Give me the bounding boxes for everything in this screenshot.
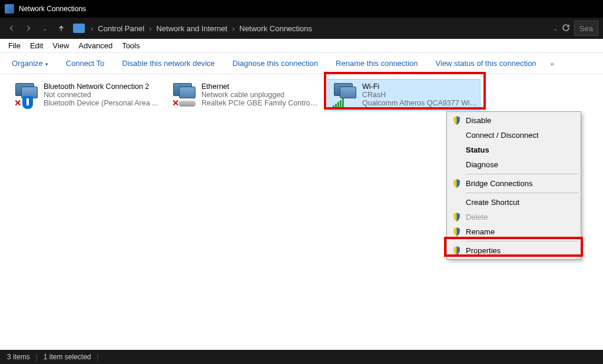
connection-status: Not connected — [44, 91, 158, 99]
ctx-disable[interactable]: Disable — [448, 113, 579, 128]
connect-to-button[interactable]: Connect To — [60, 57, 111, 70]
app-icon — [5, 4, 14, 14]
connection-bluetooth[interactable]: ✕ Bluetooth Network Connection 2 Not con… — [9, 79, 163, 111]
menu-edit[interactable]: Edit — [25, 40, 48, 51]
breadcrumb-network-connections[interactable]: Network Connections — [237, 24, 315, 33]
breadcrumb-sep: › — [147, 24, 154, 33]
ctx-separator — [466, 193, 578, 193]
organize-button[interactable]: Organize — [6, 57, 54, 70]
ctx-status[interactable]: Status — [448, 143, 579, 157]
rename-connection-button[interactable]: Rename this connection — [330, 57, 423, 70]
up-button[interactable] — [54, 21, 68, 35]
menu-tools[interactable]: Tools — [117, 40, 144, 51]
connection-status: Network cable unplugged — [201, 91, 318, 99]
connection-ethernet[interactable]: ✕ Ethernet Network cable unplugged Realt… — [167, 79, 320, 111]
disable-device-button[interactable]: Disable this network device — [116, 57, 221, 70]
connection-wifi[interactable]: Wi-Fi CRasH Qualcomm Atheros QCA9377 Wir… — [327, 79, 481, 111]
ctx-label: Status — [466, 145, 489, 154]
breadcrumb-control-panel[interactable]: Control Panel — [95, 24, 147, 33]
connection-device: Realtek PCIe GBE Family Controller — [201, 99, 318, 107]
ctx-separator — [466, 174, 578, 174]
connection-title: Bluetooth Network Connection 2 — [44, 82, 158, 91]
address-bar: ⌄ › Control Panel › Network and Internet… — [0, 18, 603, 39]
breadcrumb-sep: › — [88, 24, 95, 33]
ctx-label: Properties — [466, 246, 501, 255]
menu-file[interactable]: File — [4, 40, 25, 51]
location-icon — [73, 24, 85, 33]
ctx-label: Rename — [466, 227, 495, 236]
status-item-count: 3 items — [7, 353, 30, 361]
menu-bar: File Edit View Advanced Tools — [0, 39, 603, 53]
connection-device: Qualcomm Atheros QCA9377 Wir... — [362, 99, 478, 107]
status-separator: | — [97, 353, 99, 361]
address-dropdown[interactable]: ⌄ — [553, 25, 558, 32]
shield-icon — [452, 212, 462, 222]
breadcrumb-network-internet[interactable]: Network and Internet — [154, 24, 230, 33]
shield-icon — [452, 115, 462, 125]
bluetooth-network-icon: ✕ — [12, 81, 40, 109]
breadcrumb-sep: › — [230, 24, 237, 33]
shield-icon — [452, 227, 462, 237]
ctx-rename[interactable]: Rename — [448, 224, 579, 239]
command-overflow[interactable]: » — [548, 58, 558, 70]
status-selected: 1 item selected — [44, 353, 91, 361]
connection-title: Wi-Fi — [362, 82, 478, 91]
ctx-label: Disable — [466, 116, 491, 125]
ctx-label: Diagnose — [466, 160, 498, 169]
shield-icon — [452, 178, 462, 188]
ctx-diagnose[interactable]: Diagnose — [448, 157, 579, 172]
refresh-button[interactable] — [561, 23, 571, 34]
connection-device: Bluetooth Device (Personal Area ... — [44, 99, 158, 107]
ctx-label: Bridge Connections — [466, 179, 532, 188]
ctx-label: Delete — [466, 213, 488, 221]
ctx-delete: Delete — [448, 210, 579, 224]
status-bar: 3 items | 1 item selected | — [0, 350, 603, 364]
menu-advanced[interactable]: Advanced — [74, 40, 117, 51]
ctx-properties[interactable]: Properties — [448, 243, 579, 258]
command-bar: Organize Connect To Disable this network… — [0, 53, 603, 74]
diagnose-button[interactable]: Diagnose this connection — [227, 57, 324, 70]
connection-status: CRasH — [362, 91, 478, 99]
back-button[interactable] — [5, 21, 19, 35]
shield-icon — [452, 246, 462, 256]
context-menu: Disable Connect / Disconnect Status Diag… — [446, 111, 581, 260]
search-placeholder: Sea — [579, 24, 593, 33]
search-input[interactable]: Sea — [574, 21, 598, 36]
window-titlebar: Network Connections — [0, 0, 603, 18]
ctx-create-shortcut[interactable]: Create Shortcut — [448, 195, 579, 210]
window-title: Network Connections — [19, 5, 86, 13]
forward-button[interactable] — [21, 21, 35, 35]
ctx-label: Create Shortcut — [466, 198, 519, 207]
recent-button[interactable]: ⌄ — [38, 21, 52, 35]
view-status-button[interactable]: View status of this connection — [430, 57, 542, 70]
wifi-network-icon — [330, 81, 359, 109]
menu-view[interactable]: View — [48, 40, 74, 51]
ctx-label: Connect / Disconnect — [466, 131, 539, 140]
ethernet-network-icon: ✕ — [170, 81, 198, 109]
ctx-bridge-connections[interactable]: Bridge Connections — [448, 176, 579, 191]
ctx-connect-disconnect[interactable]: Connect / Disconnect — [448, 128, 579, 143]
status-separator: | — [36, 353, 38, 361]
connection-title: Ethernet — [201, 82, 318, 91]
ctx-separator — [466, 241, 578, 241]
